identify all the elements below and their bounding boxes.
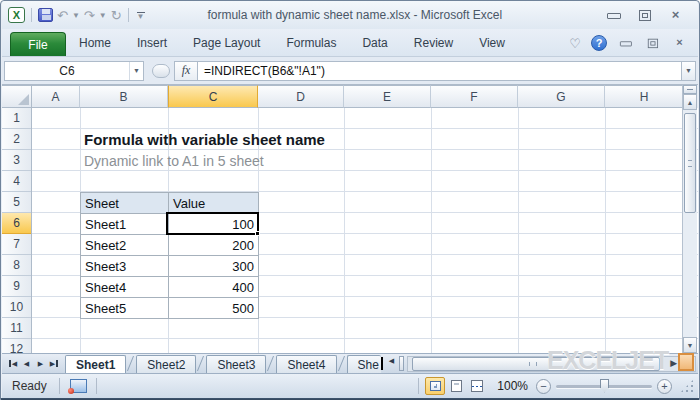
close-workbook-icon[interactable]: × [672, 38, 686, 48]
split-box[interactable] [683, 85, 697, 94]
customize-qat-icon[interactable]: ▼ [137, 12, 145, 18]
worksheet-grid: 1 2 3 4 5 6 7 8 9 10 11 12 Formula with … [2, 108, 698, 353]
next-sheet-icon[interactable]: ▶ [34, 357, 47, 371]
expand-formula-bar-icon[interactable]: ▼ [682, 61, 696, 81]
cell-b9[interactable]: Sheet4 [81, 277, 169, 298]
select-all-button[interactable] [2, 85, 32, 108]
vertical-scrollbar[interactable]: ▲ ▼ [682, 85, 697, 353]
tab-view[interactable]: View [466, 31, 518, 56]
tab-scroll-left-icon[interactable]: ◀ [385, 354, 398, 368]
repeat-icon[interactable]: ↻ [111, 9, 122, 22]
cell-b6[interactable]: Sheet1 [81, 214, 169, 235]
row-header-9[interactable]: 9 [2, 276, 31, 297]
name-box[interactable]: C6 ▼ [4, 61, 144, 81]
row-header-6-selected[interactable]: 6 [2, 213, 31, 234]
window-controls: × [605, 9, 698, 21]
tab-review[interactable]: Review [401, 31, 466, 56]
undo-dropdown-icon[interactable]: ▼ [72, 11, 80, 20]
zoom-slider-thumb[interactable] [600, 379, 609, 393]
save-icon[interactable] [38, 8, 53, 22]
restore-window-icon[interactable] [636, 9, 653, 21]
formula-bar: C6 ▼ fx =INDIRECT(B6&"!A1") ▼ [2, 57, 698, 85]
tab-page-layout[interactable]: Page Layout [180, 31, 273, 56]
tab-home[interactable]: Home [66, 31, 124, 56]
zoom-slider-track[interactable] [556, 385, 652, 388]
cell-c8[interactable]: 300 [169, 256, 259, 277]
sheet-tab-sheet1[interactable]: Sheet1 [65, 355, 126, 373]
tab-formulas[interactable]: Formulas [273, 31, 349, 56]
divider [59, 378, 60, 394]
cell-b8[interactable]: Sheet3 [81, 256, 169, 277]
divider [31, 8, 32, 22]
insert-function-icon[interactable]: fx [174, 61, 198, 81]
first-sheet-icon[interactable]: ◀ [6, 357, 19, 371]
vertical-scrollbar-thumb[interactable] [684, 113, 696, 213]
cell-b10[interactable]: Sheet5 [81, 298, 169, 319]
redo-icon[interactable]: ↷ [84, 9, 95, 22]
name-box-dropdown-icon[interactable]: ▼ [129, 62, 143, 80]
row-header-3[interactable]: 3 [2, 150, 31, 171]
page-break-view-button[interactable] [467, 377, 487, 395]
window-resize-grip[interactable] [680, 379, 694, 393]
sheet-tab-sheet4[interactable]: Sheet4 [276, 355, 336, 373]
heart-icon[interactable]: ♡ [569, 36, 581, 51]
row-header-11[interactable]: 11 [2, 318, 31, 339]
cells-area[interactable]: Formula with variable sheet name Dynamic… [32, 108, 698, 353]
sheet-tab-sheet2[interactable]: Sheet2 [136, 355, 196, 373]
page-layout-view-button[interactable] [446, 377, 466, 395]
cell-c7[interactable]: 200 [169, 235, 259, 256]
quick-access-toolbar: X ↶ ▼ ↷ ▼ ↻ ▼ [2, 7, 145, 23]
redo-dropdown-icon[interactable]: ▼ [99, 11, 107, 20]
column-header-h[interactable]: H [605, 85, 683, 108]
scrollbar-track[interactable] [683, 216, 697, 337]
normal-view-button[interactable] [425, 377, 445, 395]
horizontal-scrollbar-thumb[interactable] [412, 357, 660, 371]
sheet-tab-sheet3[interactable]: Sheet3 [206, 355, 266, 373]
tab-splitter-handle[interactable] [399, 356, 404, 371]
column-header-f[interactable]: F [431, 85, 518, 108]
sheet-tab-sheet5-truncated[interactable]: She [347, 355, 381, 373]
row-header-1[interactable]: 1 [2, 108, 31, 129]
previous-sheet-icon[interactable]: ◀ [20, 357, 33, 371]
fill-handle[interactable] [255, 231, 260, 236]
undo-icon[interactable]: ↶ [57, 9, 68, 22]
column-header-g[interactable]: G [518, 85, 605, 108]
excel-logo-icon[interactable]: X [8, 7, 25, 23]
zoom-level[interactable]: 100% [497, 379, 528, 393]
row-header-7[interactable]: 7 [2, 234, 31, 255]
row-header-2[interactable]: 2 [2, 129, 31, 150]
minimize-workbook-icon[interactable] [618, 38, 632, 48]
close-window-icon[interactable]: × [667, 9, 684, 21]
minimize-window-icon[interactable] [605, 9, 622, 21]
help-icon[interactable]: ? [591, 35, 607, 51]
worksheet-subtitle-text: Dynamic link to A1 in 5 sheet [84, 153, 264, 169]
horizontal-scrollbar[interactable] [407, 356, 696, 372]
zoom-in-icon[interactable]: + [657, 379, 672, 394]
macro-record-icon[interactable] [68, 378, 88, 394]
scroll-up-icon[interactable]: ▲ [683, 94, 697, 110]
tab-insert[interactable]: Insert [124, 31, 180, 56]
column-header-d[interactable]: D [258, 85, 344, 108]
restore-workbook-icon[interactable] [645, 38, 659, 48]
table-header-value[interactable]: Value [169, 193, 259, 214]
row-header-10[interactable]: 10 [2, 297, 31, 318]
tab-data[interactable]: Data [349, 31, 400, 56]
scroll-down-icon[interactable]: ▼ [683, 337, 697, 353]
active-cell-selection[interactable] [166, 212, 259, 235]
zoom-out-icon[interactable]: − [536, 379, 551, 394]
last-sheet-icon[interactable]: ▶ [48, 357, 61, 371]
cell-c10[interactable]: 500 [169, 298, 259, 319]
cell-c9[interactable]: 400 [169, 277, 259, 298]
row-header-5[interactable]: 5 [2, 192, 31, 213]
cell-b7[interactable]: Sheet2 [81, 235, 169, 256]
column-header-c-selected[interactable]: C [168, 85, 258, 108]
column-header-a[interactable]: A [32, 85, 80, 108]
column-header-e[interactable]: E [344, 85, 431, 108]
column-header-b[interactable]: B [80, 85, 168, 108]
row-header-8[interactable]: 8 [2, 255, 31, 276]
tab-file[interactable]: File [10, 32, 66, 56]
row-header-4[interactable]: 4 [2, 171, 31, 192]
table-header-sheet[interactable]: Sheet [81, 193, 169, 214]
table-header-row: Sheet Value [81, 193, 259, 214]
formula-input[interactable]: =INDIRECT(B6&"!A1") [198, 61, 682, 81]
